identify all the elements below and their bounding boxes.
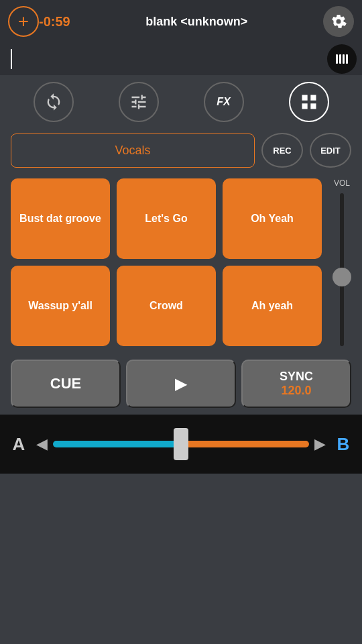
pad-5[interactable]: Crowd xyxy=(117,266,216,346)
svg-rect-3 xyxy=(346,54,348,64)
cue-button[interactable]: CUE xyxy=(11,360,121,408)
sync-bpm: 120.0 xyxy=(281,384,311,398)
crossfader-label-b: B xyxy=(331,434,355,455)
crossfader-track[interactable] xyxy=(53,441,309,447)
play-button[interactable]: ▶ xyxy=(126,360,236,408)
fx-button[interactable]: FX xyxy=(204,82,244,122)
playhead xyxy=(11,49,12,69)
pad-3[interactable]: Oh Yeah xyxy=(223,178,322,259)
pad-6[interactable]: Ah yeah xyxy=(223,266,322,346)
track-name-box[interactable]: Vocals xyxy=(11,133,255,168)
vol-slider-container: VOL xyxy=(328,178,355,346)
eq-button[interactable] xyxy=(119,82,159,122)
settings-button[interactable] xyxy=(323,6,354,37)
crossfader-right-fill xyxy=(186,441,309,447)
track-row: Vocals REC EDIT xyxy=(0,129,362,172)
controls-row: FX xyxy=(0,75,362,129)
crossfader-thumb[interactable] xyxy=(174,428,188,460)
arrow-right-icon[interactable]: ▶ xyxy=(314,435,326,453)
pad-1[interactable]: Bust dat groove xyxy=(11,178,110,259)
play-icon: ▶ xyxy=(175,374,187,393)
edit-button[interactable]: EDIT xyxy=(310,133,351,168)
vol-label: VOL xyxy=(334,178,350,188)
track-title: blank <unknown> xyxy=(70,15,323,29)
svg-rect-1 xyxy=(339,54,341,64)
stripes-button[interactable] xyxy=(327,44,357,74)
add-button[interactable]: + xyxy=(8,6,39,37)
grid-button[interactable] xyxy=(289,82,329,122)
crossfader-left-fill xyxy=(53,441,186,447)
eq-icon xyxy=(129,93,148,111)
arrow-left-icon[interactable]: ◀ xyxy=(36,435,48,453)
transport-row: CUE ▶ SYNC 120.0 xyxy=(0,353,362,415)
top-bar: + -0:59 blank <unknown> xyxy=(0,0,362,43)
svg-rect-2 xyxy=(343,54,345,64)
crossfader-row: A ◀ ▶ B xyxy=(0,415,362,474)
loop-button[interactable] xyxy=(34,82,74,122)
vol-track[interactable] xyxy=(340,193,344,346)
time-display: -0:59 xyxy=(39,14,70,30)
crossfader-label-a: A xyxy=(7,434,31,455)
pad-2[interactable]: Let's Go xyxy=(117,178,216,259)
vol-thumb[interactable] xyxy=(333,268,351,286)
sync-label: SYNC xyxy=(280,370,313,384)
gear-icon xyxy=(330,13,347,30)
sync-button[interactable]: SYNC 120.0 xyxy=(241,360,351,408)
rec-button[interactable]: REC xyxy=(261,133,303,168)
pads-vol-section: Bust dat grooveLet's GoOh YeahWassup y'a… xyxy=(0,172,362,353)
stripes-icon xyxy=(334,51,350,67)
pad-4[interactable]: Wassup y'all xyxy=(11,266,110,346)
waveform-bar xyxy=(0,43,362,75)
loop-icon xyxy=(44,93,63,111)
svg-rect-0 xyxy=(336,54,338,64)
grid-icon xyxy=(300,93,318,111)
pads-grid: Bust dat grooveLet's GoOh YeahWassup y'a… xyxy=(11,178,322,346)
